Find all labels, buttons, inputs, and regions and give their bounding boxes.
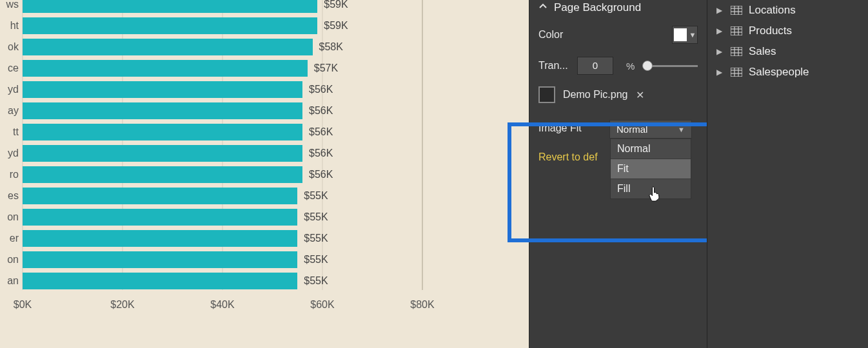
- bar-value-label: $55K: [304, 190, 328, 202]
- bar-category-label: yd: [0, 148, 23, 159]
- bar-category-label: ro: [0, 169, 23, 180]
- axis-tick-label: $80K: [410, 299, 434, 311]
- bar: [23, 102, 302, 119]
- transparency-input[interactable]: 0: [577, 57, 613, 75]
- bar-row: es$55K: [23, 185, 422, 206]
- bar: [23, 273, 297, 289]
- bar-category-label: ws: [0, 0, 23, 10]
- bar-value-label: $55K: [304, 254, 328, 266]
- bar-row: ok$58K: [23, 36, 422, 57]
- bar-value-label: $56K: [309, 169, 333, 180]
- field-label: Products: [749, 24, 792, 37]
- dropdown-option[interactable]: Normal: [611, 139, 691, 159]
- image-fit-label: Image Fit: [538, 120, 600, 134]
- bar-value-label: $56K: [309, 105, 333, 117]
- bar-value-label: $55K: [304, 211, 328, 223]
- color-picker[interactable]: ▼: [672, 26, 698, 44]
- background-image-row: Demo Pic.png ✕: [529, 81, 707, 108]
- dropdown-selected: Normal: [616, 124, 647, 135]
- bar-value-label: $59K: [324, 0, 348, 10]
- bar-chart: ws$59Kht$59Kok$58Kce$57Kyd$56Kay$56Ktt$5…: [0, 0, 435, 314]
- format-panel: Page Background Color ▼ Tran... 0 % Demo…: [529, 0, 707, 348]
- table-icon: [731, 47, 742, 56]
- table-icon: [731, 6, 742, 15]
- chevron-right-icon: ▶: [716, 26, 724, 35]
- bar-row: an$55K: [23, 270, 422, 291]
- color-row: Color ▼: [529, 19, 707, 50]
- field-table-item[interactable]: ▶Locations: [713, 0, 863, 21]
- chevron-right-icon: ▶: [716, 47, 724, 56]
- bar-value-label: $57K: [314, 63, 338, 74]
- field-table-item[interactable]: ▶Products: [713, 21, 863, 41]
- bar-row: ce$57K: [23, 57, 422, 79]
- axis-tick-label: $60K: [310, 299, 334, 311]
- axis-tick-label: $20K: [110, 299, 134, 311]
- bar-value-label: $55K: [304, 275, 328, 287]
- dropdown-list: NormalFitFill: [610, 138, 691, 199]
- bar-category-label: tt: [0, 126, 23, 138]
- field-label: Sales: [749, 45, 776, 58]
- bar-value-label: $56K: [309, 126, 333, 138]
- report-canvas[interactable]: ws$59Kht$59Kok$58Kce$57Kyd$56Kay$56Ktt$5…: [0, 0, 529, 348]
- bar-row: yd$56K: [23, 142, 422, 164]
- table-icon: [731, 68, 742, 77]
- bar-category-label: on: [0, 211, 23, 223]
- bar-row: on$55K: [23, 249, 422, 270]
- bar-row: on$55K: [23, 206, 422, 227]
- color-label: Color: [538, 29, 663, 41]
- field-label: Locations: [749, 4, 796, 17]
- color-swatch: [674, 28, 687, 41]
- chevron-down-icon: ▼: [678, 126, 685, 133]
- bar-value-label: $58K: [319, 41, 343, 53]
- bar-category-label: er: [0, 233, 23, 244]
- bar-row: tt$56K: [23, 121, 422, 142]
- slider-thumb[interactable]: [642, 61, 653, 71]
- bar: [23, 188, 297, 204]
- dropdown-option[interactable]: Fill: [611, 179, 691, 198]
- bar: [23, 60, 308, 77]
- image-fit-dropdown[interactable]: Normal ▼ NormalFitFill: [609, 120, 692, 139]
- bar-value-label: $56K: [309, 84, 333, 95]
- table-icon: [731, 26, 742, 35]
- bar-category-label: ht: [0, 20, 23, 32]
- transparency-row: Tran... 0 %: [529, 50, 707, 81]
- image-thumbnail[interactable]: [538, 86, 555, 103]
- bar-row: ay$56K: [23, 100, 422, 121]
- dropdown-option[interactable]: Fit: [611, 159, 691, 179]
- bar: [23, 39, 313, 55]
- bar: [23, 251, 297, 268]
- bar: [23, 124, 302, 140]
- field-table-item[interactable]: ▶Sales: [713, 41, 863, 62]
- bar-category-label: an: [0, 275, 23, 287]
- svg-rect-10: [731, 47, 742, 56]
- transparency-label: Tran...: [538, 60, 568, 72]
- bar-row: ro$56K: [23, 164, 422, 185]
- x-axis: $0K$20K$40K$60K$80K: [23, 299, 422, 314]
- format-section-page-background[interactable]: Page Background: [529, 0, 707, 19]
- remove-image-button[interactable]: ✕: [636, 89, 644, 101]
- bar-row: yd$56K: [23, 79, 422, 100]
- field-table-item[interactable]: ▶Salespeople: [713, 62, 863, 82]
- bar-category-label: ok: [0, 41, 23, 53]
- bar-value-label: $59K: [324, 20, 348, 32]
- bar: [23, 230, 297, 247]
- bar-category-label: yd: [0, 84, 23, 95]
- bar-row: er$55K: [23, 227, 422, 249]
- bar: [23, 0, 317, 13]
- bar-value-label: $56K: [309, 148, 333, 159]
- transparency-slider[interactable]: [647, 57, 698, 75]
- chevron-down-icon: ▼: [689, 31, 696, 39]
- svg-rect-0: [731, 6, 742, 15]
- svg-rect-15: [731, 68, 742, 77]
- chevron-right-icon: ▶: [716, 68, 724, 77]
- bar-category-label: es: [0, 190, 23, 202]
- image-fit-row: Image Fit Normal ▼ NormalFitFill: [529, 108, 707, 145]
- image-filename: Demo Pic.png: [563, 89, 628, 101]
- axis-tick-label: $0K: [14, 299, 32, 311]
- bar: [23, 145, 302, 162]
- section-title: Page Background: [554, 1, 641, 14]
- bar-category-label: ce: [0, 63, 23, 74]
- chevron-up-icon: [538, 1, 547, 14]
- chevron-right-icon: ▶: [716, 6, 724, 15]
- bar-value-label: $55K: [304, 233, 328, 244]
